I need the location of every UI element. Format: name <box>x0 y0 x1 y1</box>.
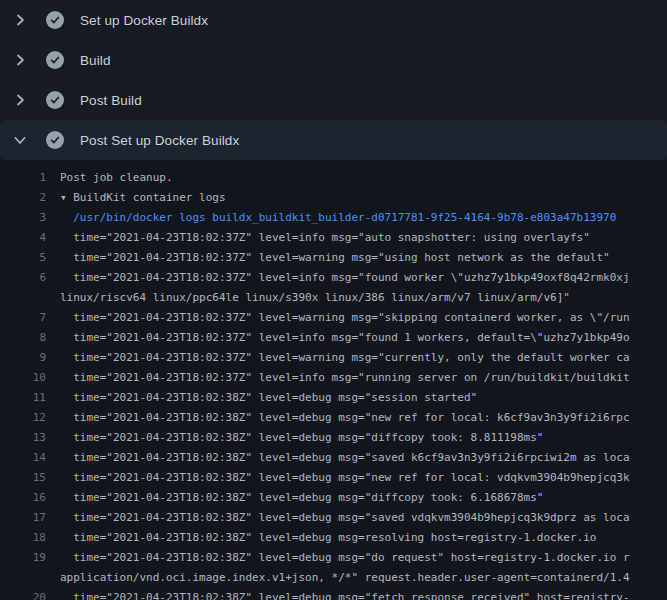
log-line-number[interactable]: 15 <box>0 468 46 488</box>
log-line: 9 time="2021-04-23T18:02:37Z" level=warn… <box>0 348 667 368</box>
log-line-text: /usr/bin/docker logs buildx_buildkit_bui… <box>60 208 616 228</box>
log-line-text: time="2021-04-23T18:02:37Z" level=info m… <box>60 328 630 348</box>
log-line-number[interactable]: 8 <box>0 328 46 348</box>
step-label: Build <box>80 53 111 68</box>
log-line: application/vnd.oci.image.index.v1+json,… <box>0 568 667 588</box>
log-line: 15 time="2021-04-23T18:02:38Z" level=deb… <box>0 468 667 488</box>
log-line: 11 time="2021-04-23T18:02:38Z" level=deb… <box>0 388 667 408</box>
step-header-set-up-docker-buildx[interactable]: Set up Docker Buildx <box>0 0 667 40</box>
log-line-text: time="2021-04-23T18:02:37Z" level=warnin… <box>60 348 630 368</box>
log-line-number[interactable]: 3 <box>0 208 46 228</box>
log-line: 20 time="2021-04-23T18:02:38Z" level=deb… <box>0 588 667 600</box>
log-line-number[interactable]: 4 <box>0 228 46 248</box>
log-line-number[interactable]: 10 <box>0 368 46 388</box>
log-line-text: time="2021-04-23T18:02:38Z" level=debug … <box>60 448 630 468</box>
step-header-build[interactable]: Build <box>0 40 667 80</box>
log-line-text: time="2021-04-23T18:02:37Z" level=info m… <box>60 228 590 248</box>
log-line-number[interactable]: 16 <box>0 488 46 508</box>
check-circle-icon <box>46 11 64 29</box>
log-line-number[interactable]: 18 <box>0 528 46 548</box>
log-line-number[interactable]: 13 <box>0 428 46 448</box>
log-group-title[interactable]: BuildKit container logs <box>73 191 225 204</box>
step-header-post-set-up-docker-buildx[interactable]: Post Set up Docker Buildx <box>0 120 667 160</box>
log-line: linux/riscv64 linux/ppc64le linux/s390x … <box>0 288 667 308</box>
log-line-number[interactable]: 9 <box>0 348 46 368</box>
log-group-toggle-icon[interactable]: ▾ <box>60 191 73 204</box>
log-line-number[interactable]: 5 <box>0 248 46 268</box>
log-line-number[interactable]: 12 <box>0 408 46 428</box>
log-line: 12 time="2021-04-23T18:02:38Z" level=deb… <box>0 408 667 428</box>
log-body: 1 Post job cleanup. 2 ▾ BuildKit contain… <box>0 160 667 600</box>
step-label: Post Build <box>80 93 142 108</box>
log-line-text: time="2021-04-23T18:02:38Z" level=debug … <box>60 528 596 548</box>
log-line-text: time="2021-04-23T18:02:38Z" level=debug … <box>60 408 630 428</box>
log-line-number[interactable]: 14 <box>0 448 46 468</box>
log-line-text: Post job cleanup. <box>60 168 173 188</box>
log-line-text: time="2021-04-23T18:02:38Z" level=debug … <box>60 428 543 448</box>
log-line-text: time="2021-04-23T18:02:38Z" level=debug … <box>60 388 477 408</box>
log-line: 7 time="2021-04-23T18:02:37Z" level=warn… <box>0 308 667 328</box>
log-line: 10 time="2021-04-23T18:02:37Z" level=inf… <box>0 368 667 388</box>
chevron-right-icon <box>12 92 28 108</box>
log-line-number[interactable]: 19 <box>0 548 46 568</box>
log-line: 3 /usr/bin/docker logs buildx_buildkit_b… <box>0 208 667 228</box>
actions-log-viewer: Set up Docker Buildx Build Post Build <box>0 0 667 600</box>
log-line-text: time="2021-04-23T18:02:37Z" level=info m… <box>60 268 630 288</box>
chevron-down-icon <box>12 132 28 148</box>
check-circle-icon <box>46 131 64 149</box>
log-line: 2 ▾ BuildKit container logs <box>0 188 667 208</box>
log-line: 5 time="2021-04-23T18:02:37Z" level=warn… <box>0 248 667 268</box>
log-line-text: ▾ BuildKit container logs <box>60 188 226 208</box>
log-line-number[interactable]: 11 <box>0 388 46 408</box>
log-line: 1 Post job cleanup. <box>0 168 667 188</box>
check-circle-icon <box>46 51 64 69</box>
chevron-right-icon <box>12 12 28 28</box>
log-line: 17 time="2021-04-23T18:02:38Z" level=deb… <box>0 508 667 528</box>
log-line-number <box>0 288 46 308</box>
log-line: 19 time="2021-04-23T18:02:38Z" level=deb… <box>0 548 667 568</box>
log-line-number[interactable]: 2 <box>0 188 46 208</box>
log-line-text: time="2021-04-23T18:02:37Z" level=warnin… <box>60 308 630 328</box>
log-line: 8 time="2021-04-23T18:02:37Z" level=info… <box>0 328 667 348</box>
log-line-number[interactable]: 7 <box>0 308 46 328</box>
log-line-number <box>0 568 46 588</box>
step-label: Post Set up Docker Buildx <box>80 133 239 148</box>
log-line-text: time="2021-04-23T18:02:38Z" level=debug … <box>60 588 630 600</box>
log-line: 13 time="2021-04-23T18:02:38Z" level=deb… <box>0 428 667 448</box>
log-line-text: application/vnd.oci.image.index.v1+json,… <box>60 568 630 588</box>
log-line-text: linux/riscv64 linux/ppc64le linux/s390x … <box>60 288 570 308</box>
log-line-text: time="2021-04-23T18:02:38Z" level=debug … <box>60 468 630 488</box>
log-line: 18 time="2021-04-23T18:02:38Z" level=deb… <box>0 528 667 548</box>
step-label: Set up Docker Buildx <box>80 13 208 28</box>
log-line-number[interactable]: 1 <box>0 168 46 188</box>
log-line-text: time="2021-04-23T18:02:38Z" level=debug … <box>60 548 630 568</box>
log-line-number[interactable]: 6 <box>0 268 46 288</box>
log-line: 4 time="2021-04-23T18:02:37Z" level=info… <box>0 228 667 248</box>
log-line: 6 time="2021-04-23T18:02:37Z" level=info… <box>0 268 667 288</box>
log-line: 16 time="2021-04-23T18:02:38Z" level=deb… <box>0 488 667 508</box>
log-line-text: time="2021-04-23T18:02:37Z" level=info m… <box>60 368 630 388</box>
step-list: Set up Docker Buildx Build Post Build <box>0 0 667 160</box>
step-header-post-build[interactable]: Post Build <box>0 80 667 120</box>
check-circle-icon <box>46 91 64 109</box>
log-line-text: time="2021-04-23T18:02:38Z" level=debug … <box>60 488 543 508</box>
log-line-number[interactable]: 20 <box>0 588 46 600</box>
log-line-text: time="2021-04-23T18:02:38Z" level=debug … <box>60 508 630 528</box>
log-line-number[interactable]: 17 <box>0 508 46 528</box>
chevron-right-icon <box>12 52 28 68</box>
log-line-text: time="2021-04-23T18:02:37Z" level=warnin… <box>60 248 610 268</box>
log-line: 14 time="2021-04-23T18:02:38Z" level=deb… <box>0 448 667 468</box>
